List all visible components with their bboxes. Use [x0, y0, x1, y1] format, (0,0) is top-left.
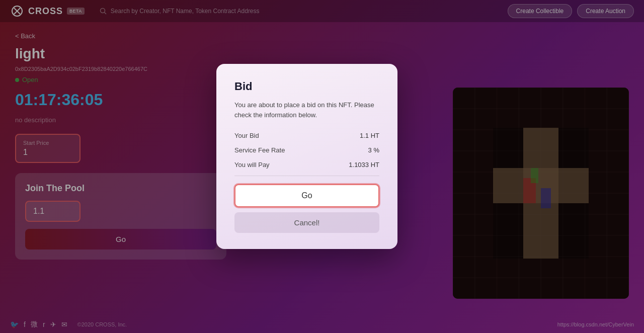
bid-row-you-will-pay: You will Pay 1.1033 HT [234, 161, 379, 169]
bid-go-button[interactable]: Go [234, 184, 379, 207]
your-bid-value: 1.1 HT [360, 132, 379, 139]
bid-divider [234, 176, 379, 176]
bid-modal-description: You are about to place a bid on this NFT… [234, 100, 379, 120]
modal-backdrop: Bid You are about to place a bid on this… [0, 0, 644, 333]
bid-row-your-bid: Your Bid 1.1 HT [234, 132, 379, 139]
service-fee-value: 3 % [368, 146, 379, 154]
bid-modal-title: Bid [234, 80, 379, 93]
bid-row-service-fee: Service Fee Rate 3 % [234, 146, 379, 154]
bid-modal: Bid You are about to place a bid on this… [216, 64, 397, 249]
bid-cancel-button[interactable]: Cancel! [234, 212, 379, 233]
service-fee-label: Service Fee Rate [234, 146, 285, 154]
you-will-pay-value: 1.1033 HT [349, 161, 379, 169]
you-will-pay-label: You will Pay [234, 161, 270, 169]
your-bid-label: Your Bid [234, 132, 259, 139]
